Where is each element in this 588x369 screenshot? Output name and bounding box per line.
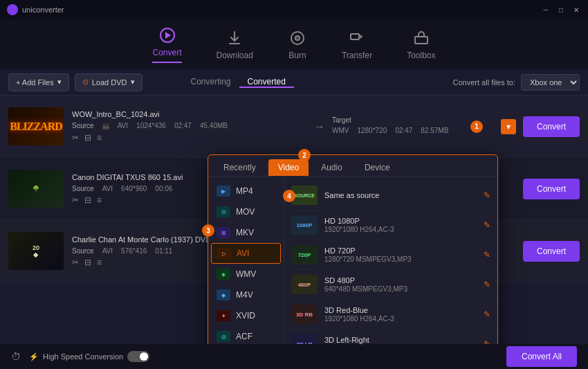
preset-hd720[interactable]: 720P HD 720P 1280*720 MSMPEGV3,MP3 ✎ (284, 240, 497, 270)
convert-all-select[interactable]: Xbox one (521, 74, 580, 91)
convert-button-2[interactable]: Convert (523, 179, 580, 199)
format-mov-label: MOV (236, 207, 255, 217)
close-button[interactable]: ✕ (571, 5, 581, 15)
target-dur-1: 02:47 (395, 127, 412, 134)
clock-icon: ⏱ (11, 351, 21, 362)
preset-info-source: Same as source (324, 191, 484, 199)
cut-icon-1[interactable]: ✂ (72, 133, 79, 143)
format-acf[interactable]: ◎ ACF (208, 326, 284, 344)
preset-edit-source[interactable]: ✎ (484, 190, 490, 200)
tab-audio[interactable]: Audio (311, 159, 352, 176)
presets-list: SOURCE Same as source ✎ 1080P HD 1080P 1… (284, 177, 497, 344)
preset-edit-hd720[interactable]: ✎ (484, 250, 490, 260)
nav-burn[interactable]: Burn (288, 28, 307, 60)
format-m4v[interactable]: ◆ M4V (208, 285, 284, 305)
preset-name-sd480: SD 480P (324, 276, 484, 285)
preset-edit-3d-red[interactable]: ✎ (484, 309, 490, 319)
preset-detail-hd1080: 1920*1080 H264,AC-3 (324, 226, 484, 233)
preset-badge-3d-lr: 3D LR (291, 334, 318, 344)
preset-3d-red[interactable]: 3D RB 3D Red-Blue 1920*1080 H264,AC-3 ✎ (284, 300, 497, 330)
cut-icon-3[interactable]: ✂ (72, 258, 79, 267)
preset-sd480[interactable]: 480P SD 480P 640*480 MSMPEGV3,MP3 ✎ (284, 270, 497, 300)
convert-all-button[interactable]: Convert All (506, 346, 577, 367)
lightning-icon: ⚡ (29, 352, 39, 361)
preset-detail-3d-red: 1920*1080 H264,AC-3 (324, 315, 484, 323)
preset-badge-sd480: 480P (291, 275, 318, 294)
tab-converted[interactable]: Converted (239, 77, 294, 88)
format-mkv[interactable]: ⊞ MKV (208, 222, 284, 243)
source-size-1: 45.40MB (200, 122, 228, 129)
speed-toggle-switch[interactable] (127, 351, 149, 362)
format-mp4[interactable]: ▶ MP4 (208, 181, 284, 201)
speed-conversion-toggle: ⚡ High Speed Conversion (29, 351, 149, 362)
source-label-1: Source (72, 122, 94, 129)
edit-icon-1[interactable]: ⊟ (84, 133, 91, 143)
tab-device[interactable]: Device (355, 159, 400, 176)
source-format-1: AVI (102, 122, 109, 129)
svg-text:AVI: AVI (102, 125, 109, 129)
load-dvd-button[interactable]: ⊙ Load DVD ▾ (75, 73, 143, 91)
nav-download-label: Download (217, 51, 253, 60)
source-label-3: Source (72, 247, 94, 255)
format-wmv[interactable]: ◈ WMV (208, 264, 284, 285)
preset-edit-sd480[interactable]: ✎ (484, 280, 490, 289)
format-avi[interactable]: ▷ AVI (211, 243, 281, 264)
source-dur-3: 01:11 (155, 247, 172, 255)
thumbnail-1: BLIZZARD (8, 107, 64, 145)
preset-same-source[interactable]: SOURCE Same as source ✎ (284, 181, 497, 210)
source-label-2: Source (72, 185, 94, 192)
nav-convert[interactable]: Convert (152, 26, 181, 63)
target-format-1: WMV (332, 127, 349, 134)
preset-hd1080[interactable]: 1080P HD 1080P 1920*1080 H264,AC-3 ✎ (284, 210, 497, 240)
nav-transfer[interactable]: Transfer (342, 28, 372, 60)
main-content: BLIZZARD WOW_Intro_BC_1024.avi Source AV… (0, 96, 588, 344)
convert-icon (158, 26, 177, 45)
file-info-1: WOW_Intro_BC_1024.avi Source AVI AVI 102… (72, 110, 307, 142)
target-label-1: Target (332, 116, 470, 124)
convert-button-1[interactable]: Convert (523, 116, 580, 137)
tab-video[interactable]: Video (268, 159, 309, 176)
preset-edit-3d-lr[interactable]: ✎ (484, 339, 490, 344)
nav-download[interactable]: Download (217, 28, 253, 60)
preset-detail-sd480: 640*480 MSMPEGV3,MP3 (324, 285, 484, 293)
minimize-button[interactable]: ─ (541, 5, 551, 15)
source-res-1: 1024*436 (136, 122, 166, 129)
tab-converting[interactable]: Converting (183, 77, 239, 88)
nav-toolbox-label: Toolbox (407, 51, 435, 60)
convert-all-label: Convert all files to: (453, 78, 515, 87)
acf-icon: ◎ (217, 331, 230, 342)
cut-icon-2[interactable]: ✂ (72, 195, 79, 205)
nav-burn-label: Burn (288, 51, 306, 60)
format-mkv-label: MKV (236, 228, 254, 237)
edit-icon-2[interactable]: ⊟ (84, 195, 91, 205)
preset-name-hd1080: HD 1080P (324, 217, 484, 225)
menu-icon-1[interactable]: ≡ (97, 133, 102, 143)
preset-3d-lr[interactable]: 3D LR 3D Left-Right 1920*1080 H264,AC-3 … (284, 330, 497, 344)
convert-button-3[interactable]: Convert (523, 241, 580, 262)
target-dropdown-button-1[interactable]: ▾ (501, 119, 516, 134)
source-format-3: AVI (102, 247, 113, 255)
xvid-icon: ✦ (217, 310, 230, 321)
preset-info-3d-lr: 3D Left-Right 1920*1080 H264,AC-3 (324, 336, 484, 344)
format-xvid[interactable]: ✦ XVID (208, 305, 284, 326)
format-mov[interactable]: ⊙ MOV (208, 201, 284, 222)
dropdown-tabs: Recently Video Audio Device (208, 155, 497, 177)
add-files-button[interactable]: + Add Files ▾ (8, 73, 69, 91)
tab-recently[interactable]: Recently (214, 159, 266, 176)
preset-detail-hd720: 1280*720 MSMPEGV3,MP3 (324, 255, 484, 263)
edit-icon-3[interactable]: ⊟ (84, 258, 91, 267)
mp4-icon: ▶ (217, 186, 230, 197)
file-name-1: WOW_Intro_BC_1024.avi (72, 110, 307, 118)
file-item-1: BLIZZARD WOW_Intro_BC_1024.avi Source AV… (0, 96, 588, 158)
svg-point-4 (297, 37, 298, 39)
toolbar: + Add Files ▾ ⊙ Load DVD ▾ Converting Co… (0, 69, 588, 96)
preset-edit-hd1080[interactable]: ✎ (484, 220, 490, 230)
menu-icon-2[interactable]: ≡ (97, 195, 102, 205)
badge-3: 3 (202, 224, 214, 237)
preset-badge-3d-red: 3D RB (291, 305, 318, 324)
nav-toolbox[interactable]: Toolbox (407, 28, 435, 60)
menu-icon-3[interactable]: ≡ (97, 258, 102, 267)
thumbnail-2: 🌳 (8, 170, 64, 208)
maximize-button[interactable]: □ (556, 5, 566, 15)
target-info-1: Target WMV 1280*720 02:47 82.57MB (332, 116, 470, 137)
